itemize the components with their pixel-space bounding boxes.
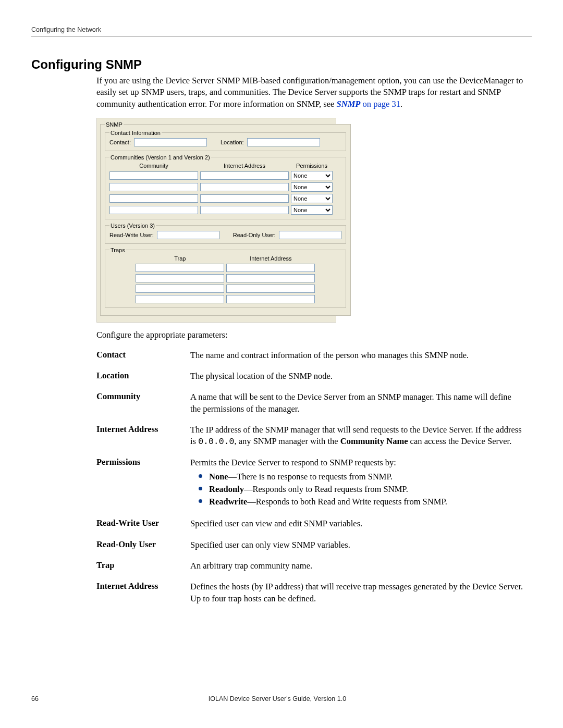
permissions-select-1[interactable]: None bbox=[291, 171, 333, 180]
param-desc-rouser: Specified user can only view SNMP variab… bbox=[190, 537, 529, 558]
table-row: Internet Address Defines the hosts (by I… bbox=[96, 579, 529, 612]
param-name-rouser: Read-Only User bbox=[96, 537, 190, 558]
list-item: None—There is no response to requests fr… bbox=[199, 471, 524, 483]
community-input-3[interactable] bbox=[109, 194, 198, 203]
trap-addr-input-2[interactable] bbox=[226, 274, 315, 282]
param-desc-trapaddr: Defines the hosts (by IP address) that w… bbox=[190, 579, 529, 612]
page-number: 66 bbox=[31, 695, 39, 702]
snmp-link[interactable]: SNMP bbox=[337, 99, 361, 109]
page-footer: 66 IOLAN Device Server User's Guide, Ver… bbox=[31, 695, 532, 702]
snmp-link-page[interactable]: on page 31 bbox=[360, 99, 400, 109]
params-intro: Configure the appropriate parameters: bbox=[96, 330, 532, 340]
table-row: Permissions Permits the Device Server to… bbox=[96, 455, 529, 516]
param-name-rwuser: Read-Write User bbox=[96, 516, 190, 537]
location-label: Location: bbox=[221, 139, 244, 145]
table-row: Location The physical location of the SN… bbox=[96, 368, 529, 389]
param-desc-location: The physical location of the SNMP node. bbox=[190, 368, 529, 389]
inet-addr-header: Internet Address bbox=[200, 163, 289, 169]
ro-user-label: Read-Only User: bbox=[233, 232, 276, 238]
permissions-select-3[interactable]: None bbox=[291, 194, 333, 203]
users-fieldset: Users (Version 3) Read-Write User: Read-… bbox=[105, 223, 346, 244]
permissions-header: Permissions bbox=[291, 163, 333, 169]
users-legend: Users (Version 3) bbox=[109, 223, 156, 229]
contact-input[interactable] bbox=[134, 138, 207, 146]
contact-info-legend: Contact Information bbox=[109, 130, 162, 136]
snmp-root-fieldset: SNMP Contact Information Contact: Locati… bbox=[100, 121, 351, 316]
community-addr-input-1[interactable] bbox=[200, 171, 289, 180]
contact-info-fieldset: Contact Information Contact: Location: bbox=[105, 130, 346, 151]
community-input-1[interactable] bbox=[109, 171, 198, 180]
param-name-community: Community bbox=[96, 389, 190, 422]
ro-user-input[interactable] bbox=[279, 231, 341, 239]
trap-addr-input-1[interactable] bbox=[226, 264, 315, 272]
param-desc-contact: The name and contract information of the… bbox=[190, 348, 529, 368]
intro-end: . bbox=[400, 99, 402, 109]
trap-input-3[interactable] bbox=[136, 285, 224, 293]
trap-input-1[interactable] bbox=[136, 264, 224, 272]
running-header: Configuring the Network bbox=[31, 26, 532, 33]
list-item: Readwrite—Responds to both Read and Writ… bbox=[199, 496, 524, 508]
table-row: Community A name that will be sent to th… bbox=[96, 389, 529, 422]
param-name-permissions: Permissions bbox=[96, 455, 190, 516]
snmp-root-legend: SNMP bbox=[105, 121, 124, 128]
footer-text: IOLAN Device Server User's Guide, Versio… bbox=[209, 695, 346, 702]
snmp-dialog: SNMP Contact Information Contact: Locati… bbox=[96, 118, 336, 323]
param-name-contact: Contact bbox=[96, 348, 190, 368]
community-addr-input-3[interactable] bbox=[200, 194, 289, 203]
trap-addr-header: Internet Address bbox=[226, 255, 315, 262]
communities-legend: Communities (Version 1 and Version 2) bbox=[109, 154, 211, 161]
trap-addr-input-3[interactable] bbox=[226, 285, 315, 293]
community-addr-input-4[interactable] bbox=[200, 206, 289, 214]
communities-fieldset: Communities (Version 1 and Version 2) Co… bbox=[105, 154, 346, 219]
param-name-trap: Trap bbox=[96, 558, 190, 579]
params-table: Contact The name and contract informatio… bbox=[96, 348, 529, 612]
trap-input-2[interactable] bbox=[136, 274, 224, 282]
contact-label: Contact: bbox=[109, 139, 131, 145]
intro-text: If you are using the Device Server SNMP … bbox=[96, 76, 523, 109]
param-desc-inetaddr: The IP address of the SNMP manager that … bbox=[190, 422, 529, 455]
list-item: Readonly—Responds only to Read requests … bbox=[199, 484, 524, 495]
location-input[interactable] bbox=[247, 138, 320, 146]
rw-user-input[interactable] bbox=[157, 231, 219, 239]
param-name-trapaddr: Internet Address bbox=[96, 579, 190, 612]
community-header: Community bbox=[109, 163, 198, 169]
community-addr-input-2[interactable] bbox=[200, 183, 289, 191]
table-row: Trap An arbitrary trap community name. bbox=[96, 558, 529, 579]
param-desc-community: A name that will be sent to the Device S… bbox=[190, 389, 529, 422]
param-desc-permissions: Permits the Device Server to respond to … bbox=[190, 455, 529, 516]
traps-fieldset: Traps Trap Internet Address bbox=[105, 247, 346, 308]
section-title: Configuring SNMP bbox=[31, 57, 532, 72]
table-row: Internet Address The IP address of the S… bbox=[96, 422, 529, 455]
param-name-inetaddr: Internet Address bbox=[96, 422, 190, 455]
permissions-select-4[interactable]: None bbox=[291, 205, 333, 215]
param-name-location: Location bbox=[96, 368, 190, 389]
param-desc-rwuser: Specified user can view and edit SNMP va… bbox=[190, 516, 529, 537]
trap-addr-input-4[interactable] bbox=[226, 295, 315, 303]
section-intro: If you are using the Device Server SNMP … bbox=[96, 75, 532, 110]
trap-input-4[interactable] bbox=[136, 295, 224, 303]
traps-legend: Traps bbox=[109, 247, 126, 253]
table-row: Read-Only User Specified user can only v… bbox=[96, 537, 529, 558]
permissions-select-2[interactable]: None bbox=[291, 182, 333, 192]
community-input-2[interactable] bbox=[109, 183, 198, 191]
param-desc-trap: An arbitrary trap community name. bbox=[190, 558, 529, 579]
trap-header: Trap bbox=[136, 255, 224, 262]
community-input-4[interactable] bbox=[109, 206, 198, 214]
table-row: Contact The name and contract informatio… bbox=[96, 348, 529, 368]
table-row: Read-Write User Specified user can view … bbox=[96, 516, 529, 537]
rw-user-label: Read-Write User: bbox=[109, 232, 154, 238]
header-rule bbox=[31, 36, 532, 36]
